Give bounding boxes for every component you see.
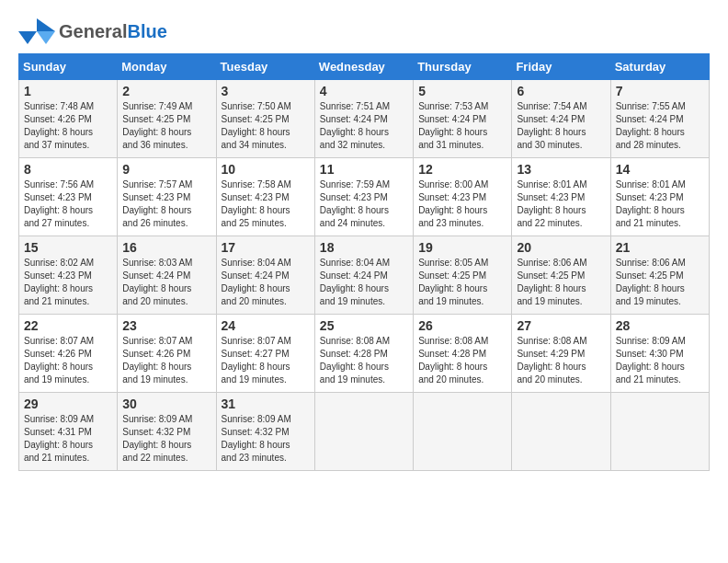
day-info: Sunrise: 8:03 AM Sunset: 4:24 PM Dayligh… <box>122 257 210 308</box>
day-number: 25 <box>320 318 408 333</box>
day-number: 23 <box>122 318 210 333</box>
day-info: Sunrise: 7:54 AM Sunset: 4:24 PM Dayligh… <box>517 100 605 152</box>
day-info: Sunrise: 7:48 AM Sunset: 4:26 PM Dayligh… <box>24 100 112 152</box>
day-cell: 19 Sunrise: 8:05 AM Sunset: 4:25 PM Dayl… <box>414 236 512 315</box>
day-number: 20 <box>517 240 605 255</box>
day-info: Sunrise: 8:07 AM Sunset: 4:26 PM Dayligh… <box>122 335 210 386</box>
day-number: 18 <box>320 240 408 255</box>
day-info: Sunrise: 8:04 AM Sunset: 4:24 PM Dayligh… <box>320 257 408 308</box>
day-number: 10 <box>222 162 310 177</box>
day-info: Sunrise: 7:50 AM Sunset: 4:25 PM Dayligh… <box>222 100 310 152</box>
day-cell: 21 Sunrise: 8:06 AM Sunset: 4:25 PM Dayl… <box>610 236 709 315</box>
day-cell <box>314 393 413 471</box>
day-cell: 6 Sunrise: 7:54 AM Sunset: 4:24 PM Dayli… <box>512 80 610 158</box>
day-cell: 30 Sunrise: 8:09 AM Sunset: 4:32 PM Dayl… <box>118 393 216 471</box>
day-cell: 11 Sunrise: 7:59 AM Sunset: 4:23 PM Dayl… <box>314 158 413 236</box>
day-cell: 20 Sunrise: 8:06 AM Sunset: 4:25 PM Dayl… <box>512 236 610 315</box>
day-info: Sunrise: 8:08 AM Sunset: 4:29 PM Dayligh… <box>517 335 605 386</box>
day-info: Sunrise: 8:09 AM Sunset: 4:31 PM Dayligh… <box>24 413 112 465</box>
day-info: Sunrise: 8:09 AM Sunset: 4:32 PM Dayligh… <box>122 413 210 465</box>
day-info: Sunrise: 8:08 AM Sunset: 4:28 PM Dayligh… <box>418 335 506 386</box>
logo: GeneralBlue <box>18 18 167 44</box>
day-cell <box>512 393 610 471</box>
week-row-1: 1 Sunrise: 7:48 AM Sunset: 4:26 PM Dayli… <box>19 80 710 158</box>
day-cell: 31 Sunrise: 8:09 AM Sunset: 4:32 PM Dayl… <box>216 393 314 471</box>
day-cell: 12 Sunrise: 8:00 AM Sunset: 4:23 PM Dayl… <box>414 158 512 236</box>
day-cell <box>610 393 709 471</box>
day-cell: 9 Sunrise: 7:57 AM Sunset: 4:23 PM Dayli… <box>118 158 216 236</box>
day-cell: 27 Sunrise: 8:08 AM Sunset: 4:29 PM Dayl… <box>512 315 610 393</box>
header-friday: Friday <box>512 54 610 80</box>
day-number: 22 <box>24 318 112 333</box>
day-number: 24 <box>222 318 310 333</box>
day-number: 3 <box>222 84 310 98</box>
page-header: GeneralBlue <box>18 18 710 44</box>
day-info: Sunrise: 8:06 AM Sunset: 4:25 PM Dayligh… <box>517 257 605 308</box>
day-number: 13 <box>517 162 605 177</box>
day-info: Sunrise: 8:01 AM Sunset: 4:23 PM Dayligh… <box>616 178 704 230</box>
day-cell: 2 Sunrise: 7:49 AM Sunset: 4:25 PM Dayli… <box>118 80 216 158</box>
day-info: Sunrise: 8:06 AM Sunset: 4:25 PM Dayligh… <box>616 257 704 308</box>
day-number: 17 <box>222 240 310 255</box>
week-row-2: 8 Sunrise: 7:56 AM Sunset: 4:23 PM Dayli… <box>19 158 710 236</box>
day-cell: 7 Sunrise: 7:55 AM Sunset: 4:24 PM Dayli… <box>610 80 709 158</box>
day-info: Sunrise: 7:59 AM Sunset: 4:23 PM Dayligh… <box>320 178 408 230</box>
day-number: 31 <box>222 396 310 411</box>
day-number: 6 <box>517 84 605 98</box>
day-cell: 3 Sunrise: 7:50 AM Sunset: 4:25 PM Dayli… <box>216 80 314 158</box>
day-info: Sunrise: 8:00 AM Sunset: 4:23 PM Dayligh… <box>418 178 506 230</box>
header-row: SundayMondayTuesdayWednesdayThursdayFrid… <box>19 54 710 80</box>
day-info: Sunrise: 7:57 AM Sunset: 4:23 PM Dayligh… <box>122 178 210 230</box>
day-cell: 13 Sunrise: 8:01 AM Sunset: 4:23 PM Dayl… <box>512 158 610 236</box>
day-cell: 10 Sunrise: 7:58 AM Sunset: 4:23 PM Dayl… <box>216 158 314 236</box>
svg-marker-1 <box>37 31 55 44</box>
day-cell: 24 Sunrise: 8:07 AM Sunset: 4:27 PM Dayl… <box>216 315 314 393</box>
day-number: 29 <box>24 396 112 411</box>
header-saturday: Saturday <box>610 54 709 80</box>
day-cell: 18 Sunrise: 8:04 AM Sunset: 4:24 PM Dayl… <box>314 236 413 315</box>
day-info: Sunrise: 7:58 AM Sunset: 4:23 PM Dayligh… <box>222 178 310 230</box>
day-cell: 16 Sunrise: 8:03 AM Sunset: 4:24 PM Dayl… <box>118 236 216 315</box>
day-number: 15 <box>24 240 112 255</box>
day-cell: 1 Sunrise: 7:48 AM Sunset: 4:26 PM Dayli… <box>19 80 118 158</box>
header-sunday: Sunday <box>19 54 118 80</box>
header-wednesday: Wednesday <box>314 54 413 80</box>
day-number: 8 <box>24 162 112 177</box>
day-info: Sunrise: 7:56 AM Sunset: 4:23 PM Dayligh… <box>24 178 112 230</box>
day-number: 30 <box>122 396 210 411</box>
day-cell: 28 Sunrise: 8:09 AM Sunset: 4:30 PM Dayl… <box>610 315 709 393</box>
week-row-4: 22 Sunrise: 8:07 AM Sunset: 4:26 PM Dayl… <box>19 315 710 393</box>
day-cell: 25 Sunrise: 8:08 AM Sunset: 4:28 PM Dayl… <box>314 315 413 393</box>
day-info: Sunrise: 8:01 AM Sunset: 4:23 PM Dayligh… <box>517 178 605 230</box>
svg-marker-2 <box>18 31 37 44</box>
day-number: 27 <box>517 318 605 333</box>
day-info: Sunrise: 8:04 AM Sunset: 4:24 PM Dayligh… <box>222 257 310 308</box>
day-cell: 5 Sunrise: 7:53 AM Sunset: 4:24 PM Dayli… <box>414 80 512 158</box>
day-cell: 15 Sunrise: 8:02 AM Sunset: 4:23 PM Dayl… <box>19 236 118 315</box>
week-row-5: 29 Sunrise: 8:09 AM Sunset: 4:31 PM Dayl… <box>19 393 710 471</box>
day-number: 19 <box>418 240 506 255</box>
day-cell: 26 Sunrise: 8:08 AM Sunset: 4:28 PM Dayl… <box>414 315 512 393</box>
day-number: 11 <box>320 162 408 177</box>
day-cell: 14 Sunrise: 8:01 AM Sunset: 4:23 PM Dayl… <box>610 158 709 236</box>
logo-icon <box>18 18 55 44</box>
day-number: 26 <box>418 318 506 333</box>
svg-marker-0 <box>37 18 55 31</box>
calendar-table: SundayMondayTuesdayWednesdayThursdayFrid… <box>18 53 710 471</box>
day-info: Sunrise: 8:07 AM Sunset: 4:27 PM Dayligh… <box>222 335 310 386</box>
header-monday: Monday <box>118 54 216 80</box>
day-number: 28 <box>616 318 704 333</box>
day-info: Sunrise: 7:49 AM Sunset: 4:25 PM Dayligh… <box>122 100 210 152</box>
day-number: 21 <box>616 240 704 255</box>
day-number: 12 <box>418 162 506 177</box>
header-tuesday: Tuesday <box>216 54 314 80</box>
day-info: Sunrise: 7:51 AM Sunset: 4:24 PM Dayligh… <box>320 100 408 152</box>
day-info: Sunrise: 8:02 AM Sunset: 4:23 PM Dayligh… <box>24 257 112 308</box>
week-row-3: 15 Sunrise: 8:02 AM Sunset: 4:23 PM Dayl… <box>19 236 710 315</box>
day-info: Sunrise: 8:09 AM Sunset: 4:30 PM Dayligh… <box>616 335 704 386</box>
day-number: 14 <box>616 162 704 177</box>
day-cell: 22 Sunrise: 8:07 AM Sunset: 4:26 PM Dayl… <box>19 315 118 393</box>
day-info: Sunrise: 7:55 AM Sunset: 4:24 PM Dayligh… <box>616 100 704 152</box>
day-info: Sunrise: 8:08 AM Sunset: 4:28 PM Dayligh… <box>320 335 408 386</box>
day-info: Sunrise: 8:07 AM Sunset: 4:26 PM Dayligh… <box>24 335 112 386</box>
